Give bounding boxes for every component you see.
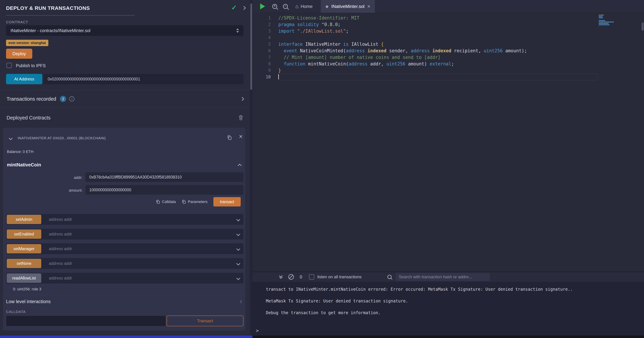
low-level-heading: Low level interactions: [6, 299, 50, 304]
amount-field-input[interactable]: [86, 185, 244, 195]
setenabled-button[interactable]: setEnabled: [7, 230, 41, 239]
expand-setnone-icon[interactable]: [236, 262, 240, 266]
text-cursor: [278, 74, 279, 80]
minimap-line: [599, 16, 602, 17]
pending-tx-count: 0: [300, 274, 302, 280]
setmanager-input[interactable]: [41, 246, 237, 251]
setnone-input[interactable]: [41, 261, 237, 266]
expand-setenabled-icon[interactable]: [236, 232, 240, 236]
function-row-readallowlist: readAllowList: [6, 273, 244, 284]
terminal-logs: transact to INativeMinter.mintNativeCoin…: [252, 282, 644, 315]
code-line[interactable]: }: [278, 67, 598, 74]
line-number[interactable]: 7: [252, 54, 278, 60]
deployed-contracts-heading: Deployed Contracts: [6, 115, 50, 121]
expand-setmanager-icon[interactable]: [236, 247, 240, 251]
trash-icon[interactable]: [238, 115, 244, 120]
copy-address-icon[interactable]: [227, 135, 232, 140]
collapse-terminal-icon[interactable]: [280, 276, 282, 278]
line-number[interactable]: 4: [252, 34, 278, 41]
addr-field-label: addr:: [48, 176, 82, 180]
expand-panel-icon[interactable]: [242, 6, 246, 10]
readallowlist-button[interactable]: readAllowList: [7, 274, 41, 283]
function-row-setnone: setNone: [6, 258, 244, 269]
remove-contract-icon[interactable]: ×: [239, 133, 242, 140]
line-number[interactable]: 2: [252, 21, 278, 28]
code-line[interactable]: [278, 74, 598, 80]
select-arrows-icon: [236, 28, 239, 33]
line-number[interactable]: 9: [252, 67, 278, 74]
terminal-log-line: MetaMask Tx Signature: User denied trans…: [266, 299, 637, 304]
line-number[interactable]: 10: [252, 74, 278, 80]
main-area: + − ⌂ Home ◆ INativeMinter.sol × 1234567…: [252, 0, 644, 336]
transactions-count-badge: 2: [60, 96, 66, 102]
at-address-input[interactable]: [44, 74, 244, 84]
setadmin-button[interactable]: setAdmin: [7, 215, 41, 224]
setadmin-input[interactable]: [41, 217, 237, 222]
close-tab-icon[interactable]: ×: [367, 4, 370, 9]
code-line[interactable]: [278, 34, 598, 41]
deploy-button[interactable]: Deploy: [6, 49, 32, 59]
code-line[interactable]: import "./IAllowList.sol";: [278, 28, 598, 34]
clear-console-icon[interactable]: [288, 274, 294, 280]
code-editor[interactable]: 12345678910 //SPDX-License-Identifier: M…: [252, 13, 644, 272]
code-lines: //SPDX-License-Identifier: MITpragma sol…: [278, 15, 598, 80]
line-number[interactable]: 6: [252, 48, 278, 54]
terminal-log-line: Debug the transaction to get more inform…: [266, 310, 637, 315]
function-row-setadmin: setAdmin: [6, 214, 244, 225]
terminal-prompt[interactable]: >: [256, 328, 259, 334]
line-number[interactable]: 5: [252, 41, 278, 48]
zoom-in-icon[interactable]: +: [272, 4, 277, 9]
expand-setadmin-icon[interactable]: [236, 218, 240, 222]
setmanager-button[interactable]: setManager: [7, 244, 41, 254]
run-icon[interactable]: [260, 4, 265, 9]
line-number[interactable]: 8: [252, 60, 278, 67]
terminal-search-input[interactable]: [396, 273, 490, 281]
copy-parameters-button[interactable]: Parameters: [182, 200, 208, 204]
low-level-transact-button[interactable]: Transact: [166, 316, 244, 326]
transactions-recorded-section[interactable]: Transactions recorded 2 i: [0, 90, 250, 107]
zoom-out-icon[interactable]: −: [283, 4, 288, 9]
deployed-contract-title: INATIVEMINTER AT 0X020...00001 (BLOCKCHA…: [18, 136, 106, 140]
minimap-line: [599, 20, 605, 21]
copy-parameters-label: Parameters: [188, 200, 208, 204]
scrollbar-thumb[interactable]: [642, 22, 644, 31]
code-line[interactable]: event NativeCoinMinted(address indexed s…: [278, 48, 598, 54]
check-icon: ✓: [231, 4, 237, 12]
panel-scrollbar[interactable]: [250, 0, 252, 336]
code-line[interactable]: //SPDX-License-Identifier: MIT: [278, 15, 598, 21]
setenabled-input[interactable]: [41, 232, 237, 237]
tab-inativeminter[interactable]: ◆ INativeMinter.sol ×: [321, 0, 375, 13]
contract-label: CONTRACT: [6, 20, 28, 24]
code-line[interactable]: // Mint [amount] number of native coins …: [278, 54, 598, 60]
terminal-toolbar: 0 listen on all transactions: [252, 272, 644, 282]
publish-ipfs-checkbox[interactable]: [6, 63, 12, 68]
calldata-input[interactable]: [6, 316, 166, 326]
tab-home[interactable]: ⌂ Home: [296, 4, 312, 9]
editor-tabbar: + − ⌂ Home ◆ INativeMinter.sol ×: [252, 0, 644, 13]
collapse-function-icon[interactable]: [238, 164, 242, 168]
expand-transactions-icon[interactable]: [240, 97, 244, 101]
window-scrollbar[interactable]: [641, 0, 644, 336]
active-tab-label: INativeMinter.sol: [331, 4, 364, 9]
function-row-setmanager: setManager: [6, 244, 244, 254]
minimap-line: [599, 24, 610, 25]
contract-select[interactable]: INativeMinter - contracts/INativeMinter.…: [6, 25, 244, 36]
transact-button[interactable]: transact: [214, 197, 241, 206]
panel-title: DEPLOY & RUN TRANSACTIONS: [6, 5, 90, 11]
line-number[interactable]: 1: [252, 15, 278, 21]
expand-readallowlist-icon[interactable]: [236, 276, 240, 280]
copy-calldata-button[interactable]: Calldata: [156, 200, 176, 204]
listen-all-transactions-checkbox[interactable]: [309, 274, 314, 280]
code-line[interactable]: function mintNativeCoin(address addr, ui…: [278, 60, 598, 67]
addr-field-input[interactable]: [86, 172, 244, 182]
code-line[interactable]: interface INativeMinter is IAllowList {: [278, 41, 598, 48]
setnone-button[interactable]: setNone: [7, 259, 41, 268]
editor-minimap[interactable]: [599, 15, 615, 28]
readallowlist-input[interactable]: [41, 276, 237, 281]
minimap-line: [599, 22, 614, 22]
code-line[interactable]: pragma solidity ^0.8.0;: [278, 21, 598, 28]
scrollbar-thumb[interactable]: [250, 4, 252, 90]
collapse-card-icon[interactable]: [9, 136, 13, 140]
line-number[interactable]: 3: [252, 28, 278, 34]
at-address-button[interactable]: At Address: [6, 74, 42, 84]
